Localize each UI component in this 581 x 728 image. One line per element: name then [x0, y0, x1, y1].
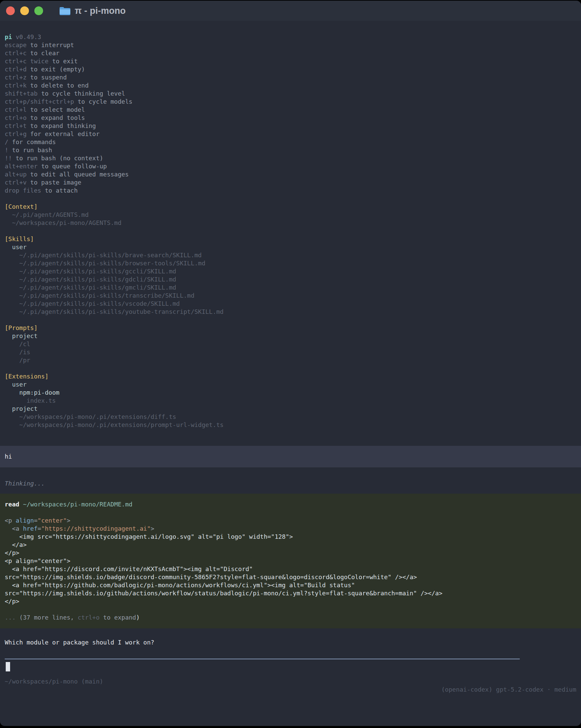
- code-line: <p align="center">: [5, 557, 576, 565]
- maximize-button[interactable]: [34, 6, 43, 15]
- shortcut-row: ctrl+o to expand tools: [5, 114, 576, 122]
- shortcut-row: ctrl+z to suspend: [5, 73, 576, 81]
- code-line: <a href="https://github.com/badlogic/pi-…: [5, 581, 576, 589]
- section-header: [Extensions]: [5, 372, 576, 381]
- shortcut-row: ctrl+c twice to exit: [5, 57, 576, 65]
- shortcut-row: ctrl+p/shift+ctrl+p to cycle models: [5, 98, 576, 106]
- shortcuts-list: escape to interruptctrl+c to clearctrl+c…: [0, 41, 581, 194]
- section-item: project: [5, 332, 576, 340]
- app-name: pi: [5, 33, 12, 41]
- section-item: ~/.pi/agent/skills/pi-skills/browser-too…: [5, 259, 576, 267]
- section-header: [Prompts]: [5, 324, 576, 332]
- terminal-content: pi v0.49.3 escape to interruptctrl+c to …: [0, 21, 581, 677]
- tool-argument: ~/workspaces/pi-mono/README.md: [23, 501, 132, 508]
- input-separator: [5, 659, 520, 659]
- app-version: v0.49.3: [16, 33, 42, 41]
- code-line: src="https://img.shields.io/badge/discor…: [5, 573, 576, 581]
- code-line: <p align="center">: [5, 517, 576, 525]
- shortcut-row: !! to run bash (no context): [5, 154, 576, 162]
- close-button[interactable]: [6, 6, 15, 15]
- shortcut-row: ctrl+t to expand thinking: [5, 122, 576, 130]
- user-message: hi: [5, 452, 576, 461]
- app-version-line: pi v0.49.3: [0, 33, 581, 41]
- shortcut-row: ctrl+c to clear: [5, 49, 576, 57]
- code-line: <a href="https://discord.com/invite/nKXT…: [5, 565, 576, 573]
- section-item: ~/workspaces/pi-mono/.pi/extensions/prom…: [5, 421, 576, 429]
- expand-hint: ... (37 more lines, ctrl+o to expand): [5, 614, 576, 622]
- shortcut-row: alt+enter to queue follow-up: [5, 162, 576, 171]
- terminal-window: π - pi-mono pi v0.49.3 escape to interru…: [0, 1, 581, 726]
- section-header: [Context]: [5, 203, 576, 211]
- section: [Prompts]project/cl/is/pr: [5, 324, 576, 364]
- minimize-button[interactable]: [20, 6, 29, 15]
- section-item: ~/workspaces/pi-mono/AGENTS.md: [5, 219, 576, 227]
- status-model: (openai-codex) gpt-5.2-codex · medium: [441, 685, 576, 694]
- section-item: user: [5, 243, 576, 251]
- section-item: /pr: [5, 356, 576, 364]
- shortcut-row: ctrl+v to paste image: [5, 179, 576, 186]
- section-item: ~/workspaces/pi-mono/.pi/extensions/diff…: [5, 413, 576, 421]
- shortcut-row: drop files to attach: [5, 186, 576, 194]
- section-item: ~/.pi/agent/skills/pi-skills/gdcli/SKILL…: [5, 276, 576, 284]
- tool-output-code: <p align="center"> <a href="https://shit…: [5, 517, 576, 605]
- shortcut-row: ctrl+g for external editor: [5, 130, 576, 138]
- status-bar: ~/workspaces/pi-mono (main) ↑4.7k ↓44 R3…: [0, 677, 581, 726]
- section-item: user: [5, 381, 576, 389]
- titlebar: π - pi-mono: [0, 1, 581, 21]
- section-item: ~/.pi/agent/AGENTS.md: [5, 211, 576, 219]
- section-item: project: [5, 405, 576, 413]
- section-item: ~/.pi/agent/skills/pi-skills/youtube-tra…: [5, 308, 576, 316]
- code-line: </p>: [5, 597, 576, 605]
- thinking-indicator: Thinking...: [0, 479, 581, 488]
- startup-sections: [Context]~/.pi/agent/AGENTS.md~/workspac…: [0, 203, 581, 429]
- code-line: </a>: [5, 541, 576, 549]
- code-line: src="https://img.shields.io/github/actio…: [5, 589, 576, 597]
- code-line: </p>: [5, 549, 576, 557]
- shortcut-row: alt+up to edit all queued messages: [5, 171, 576, 179]
- shortcut-row: / for commands: [5, 138, 576, 146]
- assistant-message: Which module or package should I work on…: [0, 639, 581, 647]
- window-title: π - pi-mono: [75, 6, 126, 16]
- text-cursor: [6, 662, 10, 671]
- status-cwd: ~/workspaces/pi-mono (main): [5, 677, 576, 685]
- section: [Context]~/.pi/agent/AGENTS.md~/workspac…: [5, 203, 576, 227]
- section-item: /cl: [5, 340, 576, 348]
- section-item: ~/.pi/agent/skills/pi-skills/vscode/SKIL…: [5, 300, 576, 308]
- code-line: <a href="https://shittycodingagent.ai">: [5, 525, 576, 533]
- code-line: <img src="https://shittycodingagent.ai/l…: [5, 533, 576, 541]
- section-item: ~/.pi/agent/skills/pi-skills/brave-searc…: [5, 251, 576, 259]
- folder-icon: [59, 6, 71, 16]
- tool-call-header: read ~/workspaces/pi-mono/README.md: [5, 500, 576, 509]
- shortcut-row: ctrl+l to select model: [5, 106, 576, 114]
- user-message-block: hi: [0, 446, 581, 467]
- shortcut-row: shift+tab to cycle thinking level: [5, 89, 576, 98]
- section-item: ~/.pi/agent/skills/pi-skills/gmcli/SKILL…: [5, 284, 576, 292]
- status-stats-line: ↑4.7k ↓44 R3.8k $0.009 (sub) 1.7%/272k (…: [5, 685, 576, 694]
- tool-call-block: read ~/workspaces/pi-mono/README.md <p a…: [0, 494, 581, 628]
- section-item: ~/.pi/agent/skills/pi-skills/transcribe/…: [5, 292, 576, 300]
- section-item: ~/.pi/agent/skills/pi-skills/gccli/SKILL…: [5, 267, 576, 276]
- section-item: index.ts: [5, 397, 576, 405]
- section-item: /is: [5, 348, 576, 356]
- shortcut-row: ctrl+k to delete to end: [5, 81, 576, 89]
- tool-name: read: [5, 501, 19, 508]
- shortcut-row: escape to interrupt: [5, 41, 576, 49]
- shortcut-row: ctrl+d to exit (empty): [5, 65, 576, 73]
- section-header: [Skills]: [5, 235, 576, 243]
- prompt-editor[interactable]: [0, 659, 581, 671]
- shortcut-row: ! to run bash: [5, 146, 576, 154]
- section-item: npm:pi-doom: [5, 389, 576, 397]
- section: [Skills]user~/.pi/agent/skills/pi-skills…: [5, 235, 576, 316]
- section: [Extensions]usernpm:pi-doomindex.tsproje…: [5, 372, 576, 429]
